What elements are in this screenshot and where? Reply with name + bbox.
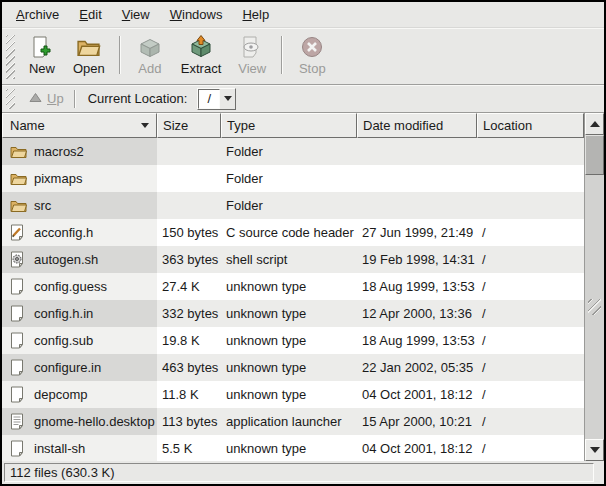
file-type: unknown type <box>221 381 357 408</box>
table-row[interactable]: configure.in 463 bytes unknown type 22 J… <box>2 354 584 381</box>
scroll-up-button[interactable] <box>585 113 604 135</box>
column-header-location[interactable]: Location <box>477 113 584 138</box>
column-header-name[interactable]: Name <box>2 113 157 138</box>
file-type: unknown type <box>221 354 357 381</box>
folder-icon <box>9 143 28 160</box>
menu-help[interactable]: Help <box>232 4 279 25</box>
file-date: 18 Aug 1999, 13:53 <box>357 273 477 300</box>
combo-dropdown-button[interactable] <box>220 89 235 109</box>
file-list-area: Name Size Type Date modified Location <box>2 112 604 461</box>
file-location: / <box>477 219 584 246</box>
column-header-date-modified[interactable]: Date modified <box>357 113 477 138</box>
table-row[interactable]: install-sh 5.5 K unknown type 04 Oct 200… <box>2 435 584 461</box>
location-bar-grip[interactable] <box>6 89 15 109</box>
column-header-size[interactable]: Size <box>157 113 221 138</box>
status-box: 112 files (630.3 K) <box>4 463 594 482</box>
menu-bar: Archive Edit View Windows Help <box>2 2 604 28</box>
table-row[interactable]: config.sub 19.8 K unknown type 18 Aug 19… <box>2 327 584 354</box>
vertical-scrollbar[interactable] <box>584 113 604 461</box>
file-location: / <box>477 354 584 381</box>
file-date: 19 Feb 1998, 14:31 <box>357 246 477 273</box>
file-name: autogen.sh <box>34 252 98 267</box>
source-file-icon <box>9 224 28 241</box>
file-name: pixmaps <box>34 171 82 186</box>
file-icon <box>9 386 28 403</box>
open-button-label: Open <box>73 61 105 76</box>
current-location-label: Current Location: <box>80 91 194 106</box>
open-archive-icon <box>76 34 102 60</box>
scroll-down-button[interactable] <box>585 439 604 461</box>
table-row[interactable]: config.h.in 332 bytes unknown type 12 Ap… <box>2 300 584 327</box>
file-size: 363 bytes <box>157 246 221 273</box>
menu-archive[interactable]: Archive <box>6 4 69 25</box>
folder-icon <box>9 170 28 187</box>
file-location <box>477 138 584 165</box>
file-name: config.sub <box>34 333 93 348</box>
status-text: 112 files (630.3 K) <box>10 465 115 480</box>
file-name: config.h.in <box>34 306 93 321</box>
column-header-type[interactable]: Type <box>221 113 357 138</box>
folder-icon <box>9 197 28 214</box>
file-icon <box>9 440 28 457</box>
file-size: 19.8 K <box>157 327 221 354</box>
file-size: 113 bytes <box>157 408 221 435</box>
table-row[interactable]: pixmaps Folder <box>2 165 584 192</box>
file-icon <box>9 305 28 322</box>
stop-icon <box>299 34 325 60</box>
archive-manager-window: Archive Edit View Windows Help New Open <box>0 0 606 486</box>
file-name: configure.in <box>34 360 101 375</box>
stop-button[interactable]: Stop <box>289 32 335 78</box>
table-row[interactable]: autogen.sh 363 bytes shell script 19 Feb… <box>2 246 584 273</box>
file-date: 27 Jun 1999, 21:49 <box>357 219 477 246</box>
file-type: unknown type <box>221 273 357 300</box>
chevron-down-icon <box>590 447 600 453</box>
menu-windows[interactable]: Windows <box>160 4 233 25</box>
toolbar-grip[interactable] <box>6 35 15 79</box>
file-size: 5.5 K <box>157 435 221 461</box>
file-date: 15 Apr 2000, 10:21 <box>357 408 477 435</box>
menu-view[interactable]: View <box>112 4 160 25</box>
table-row[interactable]: src Folder <box>2 192 584 219</box>
sort-indicator-icon <box>141 123 149 128</box>
table-row[interactable]: acconfig.h 150 bytes C source code heade… <box>2 219 584 246</box>
file-name: config.guess <box>34 279 107 294</box>
file-name: depcomp <box>34 387 87 402</box>
file-type: C source code header <box>221 219 357 246</box>
file-date: 04 Oct 2001, 18:12 <box>357 435 477 461</box>
up-button[interactable]: Up <box>23 89 70 108</box>
table-row[interactable]: depcomp 11.8 K unknown type 04 Oct 2001,… <box>2 381 584 408</box>
add-button[interactable]: Add <box>127 32 173 78</box>
file-location <box>477 165 584 192</box>
script-file-icon <box>9 251 28 268</box>
file-type: Folder <box>221 165 357 192</box>
table-row[interactable]: config.guess 27.4 K unknown type 18 Aug … <box>2 273 584 300</box>
file-size: 463 bytes <box>157 354 221 381</box>
add-files-icon <box>137 34 163 60</box>
table-row[interactable]: macros2 Folder <box>2 138 584 165</box>
extract-button[interactable]: Extract <box>173 32 229 78</box>
open-button[interactable]: Open <box>65 32 113 78</box>
file-type: unknown type <box>221 327 357 354</box>
new-button[interactable]: New <box>19 32 65 78</box>
file-size: 27.4 K <box>157 273 221 300</box>
table-row[interactable]: gnome-hello.desktop 113 bytes applicatio… <box>2 408 584 435</box>
chevron-up-icon <box>590 121 600 127</box>
file-name: gnome-hello.desktop <box>34 414 155 429</box>
toolbar-separator <box>119 36 121 74</box>
scrollbar-thumb[interactable] <box>585 135 604 175</box>
chevron-down-icon <box>224 96 232 101</box>
file-date: 12 Apr 2000, 13:36 <box>357 300 477 327</box>
file-location: / <box>477 408 584 435</box>
view-button[interactable]: View <box>229 32 275 78</box>
location-combo[interactable]: / <box>197 88 236 110</box>
file-size: 332 bytes <box>157 300 221 327</box>
file-date <box>357 192 477 219</box>
file-location: / <box>477 381 584 408</box>
file-date: 18 Aug 1999, 13:53 <box>357 327 477 354</box>
menu-edit[interactable]: Edit <box>69 4 111 25</box>
scrollbar-trough[interactable] <box>585 175 604 439</box>
location-bar-separator <box>74 90 76 108</box>
file-name: acconfig.h <box>34 225 93 240</box>
file-icon <box>9 278 28 295</box>
up-arrow-icon <box>29 91 42 106</box>
